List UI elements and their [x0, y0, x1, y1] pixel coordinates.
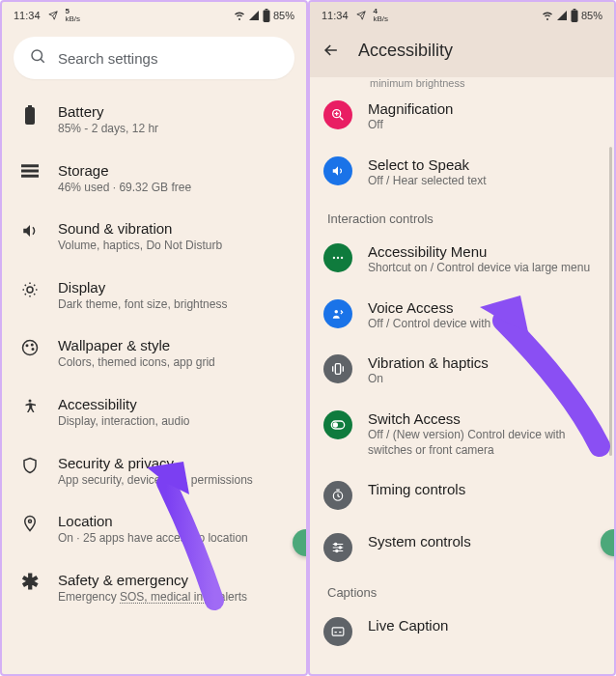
item-sub: Volume, haptics, Do Not Disturb [58, 239, 289, 254]
svg-rect-29 [332, 628, 344, 635]
item-title: Accessibility [58, 396, 289, 412]
item-title: Voice Access [368, 299, 601, 316]
switch-icon [323, 410, 352, 439]
svg-point-2 [32, 50, 42, 61]
palette-icon [19, 337, 41, 356]
item-sub: Off / (New version) Control device with … [368, 428, 601, 458]
svg-rect-15 [571, 10, 577, 22]
a11y-item-select-to-speak[interactable]: Select to Speak Off / Hear selected text [310, 145, 614, 201]
item-title: Timing controls [368, 481, 601, 497]
a11y-item-timing[interactable]: Timing controls [310, 469, 614, 521]
search-icon [29, 47, 46, 69]
settings-item-sound[interactable]: Sound & vibration Volume, haptics, Do No… [6, 208, 302, 267]
svg-point-27 [339, 547, 341, 549]
send-icon [48, 11, 58, 20]
item-title: Switch Access [368, 410, 601, 427]
timer-icon [323, 481, 352, 510]
settings-item-security[interactable]: Security & privacy App security, device … [6, 442, 302, 501]
dots-icon [323, 243, 352, 272]
wifi-icon [233, 10, 246, 21]
svg-point-13 [29, 399, 32, 402]
page-title: Accessibility [358, 41, 453, 61]
item-title: Select to Speak [368, 156, 601, 173]
signal-icon [556, 10, 568, 21]
a11y-item-voice-access[interactable]: Voice Access Off / Control device with v… [310, 288, 614, 344]
item-sub: 46% used · 69.32 GB free [58, 181, 289, 196]
svg-point-14 [29, 520, 32, 522]
settings-item-display[interactable]: Display Dark theme, font size, brightnes… [6, 267, 302, 325]
speaker-icon [323, 156, 352, 185]
settings-item-safety[interactable]: ✱ Safety & emergency Emergency SOS, medi… [6, 559, 302, 618]
a11y-item-accessibility-menu[interactable]: Accessibility Menu Shortcut on / Control… [310, 232, 614, 288]
item-title: Magnification [368, 100, 601, 117]
accessibility-icon [19, 396, 41, 415]
svg-point-21 [335, 310, 339, 314]
svg-point-10 [26, 345, 28, 347]
item-sub: Display, interaction, audio [58, 414, 289, 430]
status-time: 11:34 [14, 10, 41, 21]
status-battery: 85% [581, 10, 602, 21]
section-header-captions: Captions [310, 574, 614, 606]
status-bar: 11:34 4kB/s 85% [310, 2, 614, 29]
phone-right: 11:34 4kB/s 85% Accessibility minimum br… [308, 0, 616, 676]
item-title: Battery [58, 103, 289, 120]
status-time: 11:34 [322, 10, 349, 21]
vibration-icon [323, 354, 352, 383]
scroll-ghost-text: minimum brightness [310, 77, 614, 89]
item-sub: Emergency SOS, medical info, alerts [58, 590, 289, 606]
settings-item-storage[interactable]: Storage 46% used · 69.32 GB free [6, 150, 302, 209]
battery-icon [19, 103, 41, 125]
svg-point-9 [23, 341, 38, 355]
item-sub: App security, device lock, permissions [58, 473, 289, 489]
item-title: System controls [368, 533, 601, 549]
settings-list: Battery 85% - 2 days, 12 hr Storage 46% … [2, 91, 306, 617]
svg-rect-5 [21, 164, 39, 167]
svg-rect-16 [574, 9, 576, 10]
back-button[interactable] [322, 41, 341, 60]
item-title: Location [58, 513, 289, 529]
asterisk-icon: ✱ [19, 572, 41, 591]
settings-item-battery[interactable]: Battery 85% - 2 days, 12 hr [6, 91, 302, 150]
svg-rect-3 [25, 107, 35, 125]
item-title: Storage [58, 162, 289, 179]
a11y-item-system[interactable]: System controls [310, 521, 614, 574]
sound-icon [19, 220, 41, 239]
item-title: Wallpaper & style [58, 337, 289, 353]
item-sub: On · 25 apps have access to location [58, 531, 289, 547]
item-sub: Colors, themed icons, app grid [58, 355, 289, 371]
svg-rect-1 [266, 9, 268, 10]
phone-left: 11:34 5kB/s 85% Search settings Battery … [0, 0, 308, 676]
a11y-item-vibration[interactable]: Vibration & haptics On [310, 343, 614, 399]
a11y-item-switch-access[interactable]: Switch Access Off / (New version) Contro… [310, 399, 614, 469]
search-placeholder: Search settings [58, 50, 157, 67]
item-title: Live Caption [368, 617, 601, 634]
settings-item-accessibility[interactable]: Accessibility Display, interaction, audi… [6, 383, 302, 442]
item-sub: Off / Hear selected text [368, 174, 601, 189]
send-icon [356, 11, 366, 20]
a11y-item-magnification[interactable]: Magnification Off [310, 89, 614, 145]
svg-point-24 [333, 422, 338, 427]
item-sub: Off / Control device with voice [368, 317, 601, 332]
svg-point-28 [336, 549, 338, 551]
svg-point-12 [32, 349, 34, 351]
item-title: Security & privacy [58, 455, 289, 471]
settings-item-wallpaper[interactable]: Wallpaper & style Colors, themed icons, … [6, 324, 302, 383]
scrollbar[interactable] [609, 147, 612, 456]
item-title: Safety & emergency [58, 572, 289, 588]
svg-point-26 [335, 543, 337, 545]
item-title: Accessibility Menu [368, 243, 601, 260]
item-sub: 85% - 2 days, 12 hr [58, 122, 289, 137]
svg-point-19 [337, 257, 339, 259]
wifi-icon [541, 10, 554, 21]
svg-rect-22 [335, 364, 340, 375]
shield-icon [19, 455, 41, 474]
settings-item-location[interactable]: Location On · 25 apps have access to loc… [6, 500, 302, 559]
item-sub: Shortcut on / Control device via large m… [368, 261, 601, 276]
item-sub: On [368, 372, 601, 387]
item-title: Vibration & haptics [368, 354, 601, 371]
search-input[interactable]: Search settings [14, 37, 294, 79]
item-title: Sound & vibration [58, 220, 289, 237]
status-bar: 11:34 5kB/s 85% [2, 2, 306, 29]
svg-point-18 [333, 257, 335, 259]
a11y-item-live-caption[interactable]: Live Caption [310, 606, 614, 646]
